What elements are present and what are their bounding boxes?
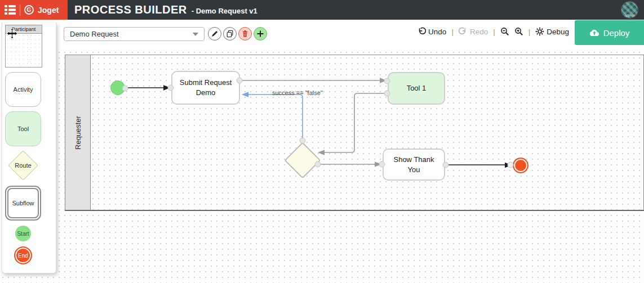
process-action-buttons <box>208 27 267 41</box>
palette-item-activity[interactable]: Activity <box>5 72 41 107</box>
route-diamond-shape <box>284 142 321 178</box>
page-subtitle: - Demo Request v1 <box>192 7 257 15</box>
tool-node-tool1[interactable]: Tool 1 <box>388 72 445 105</box>
user-avatar[interactable]: admin <box>621 1 638 19</box>
palette-item-end[interactable]: End <box>14 246 32 264</box>
swimlane-requester: Requester <box>65 55 644 211</box>
zoom-in-icon <box>514 27 523 36</box>
copy-icon <box>226 30 234 38</box>
avatar-label: admin <box>621 14 638 17</box>
undo-label: Undo <box>428 28 446 36</box>
route-node[interactable] <box>284 142 321 179</box>
move-cursor-icon <box>6 28 18 39</box>
redo-icon <box>459 27 468 36</box>
debug-button[interactable]: Debug <box>535 27 569 36</box>
delete-process-button[interactable] <box>238 27 252 41</box>
gear-icon <box>535 27 544 36</box>
shape-palette: Participant Activity Tool Route Subflow … <box>2 23 56 273</box>
separator: | <box>493 28 495 36</box>
edge-condition-label: success == "false" <box>272 89 323 96</box>
end-node[interactable] <box>513 158 528 173</box>
activity-node-submit-request-demo[interactable]: Submit Request Demo <box>171 71 240 105</box>
start-node[interactable] <box>110 80 125 95</box>
activity-node-show-thank-you[interactable]: Show Thank You <box>383 149 445 181</box>
chevron-down-icon <box>193 33 198 36</box>
titlebar: G Joget PROCESS BUILDER - Demo Request v… <box>0 0 644 20</box>
brand-name: Joget <box>38 6 59 15</box>
redo-label: Redo <box>470 28 488 36</box>
copy-process-button[interactable] <box>223 27 237 41</box>
debug-label: Debug <box>547 28 569 36</box>
route-label: Route <box>8 151 38 180</box>
redo-button[interactable]: Redo <box>459 27 488 36</box>
joget-logo-icon: G <box>24 5 34 15</box>
subflow-label: Subflow <box>12 200 34 206</box>
plus-icon <box>256 30 264 38</box>
trash-icon <box>241 30 249 38</box>
swimlane-header[interactable]: Requester <box>65 55 91 210</box>
palette-item-route[interactable]: Route <box>8 151 38 180</box>
pencil-icon <box>211 30 219 38</box>
deploy-label: Deploy <box>603 28 630 38</box>
zoom-out-icon <box>500 27 509 36</box>
edit-process-button[interactable] <box>208 27 221 41</box>
menu-list-icon[interactable] <box>5 5 16 15</box>
process-builder-app: G Joget PROCESS BUILDER - Demo Request v… <box>0 0 644 283</box>
undo-icon <box>417 27 426 36</box>
toolbar-right: Undo | Redo | <box>417 27 569 36</box>
palette-item-tool[interactable]: Tool <box>5 111 41 146</box>
brand-block: G Joget <box>0 0 68 20</box>
palette-item-subflow[interactable]: Subflow <box>5 186 41 221</box>
builder-toolbar: Demo Request <box>0 20 644 50</box>
undo-button[interactable]: Undo <box>417 27 446 36</box>
subflow-inner-border: Subflow <box>7 188 39 218</box>
title-wrap: PROCESS BUILDER - Demo Request v1 <box>74 3 257 16</box>
swimlane-label: Requester <box>74 116 82 150</box>
process-dropdown-value: Demo Request <box>70 30 119 38</box>
cloud-upload-icon <box>589 29 599 37</box>
zoom-in-button[interactable] <box>514 27 523 36</box>
deploy-button[interactable]: Deploy <box>575 20 644 45</box>
page-title: PROCESS BUILDER <box>74 3 187 16</box>
process-canvas[interactable]: Requester Submit Request Demo Tool 1 Sho… <box>0 50 644 283</box>
separator: | <box>451 28 454 36</box>
brand-divider <box>20 5 20 16</box>
separator: | <box>528 28 531 36</box>
zoom-out-button[interactable] <box>500 27 509 36</box>
add-process-button[interactable] <box>254 27 267 41</box>
palette-item-start[interactable]: Start <box>15 226 31 241</box>
process-dropdown[interactable]: Demo Request <box>64 27 205 41</box>
